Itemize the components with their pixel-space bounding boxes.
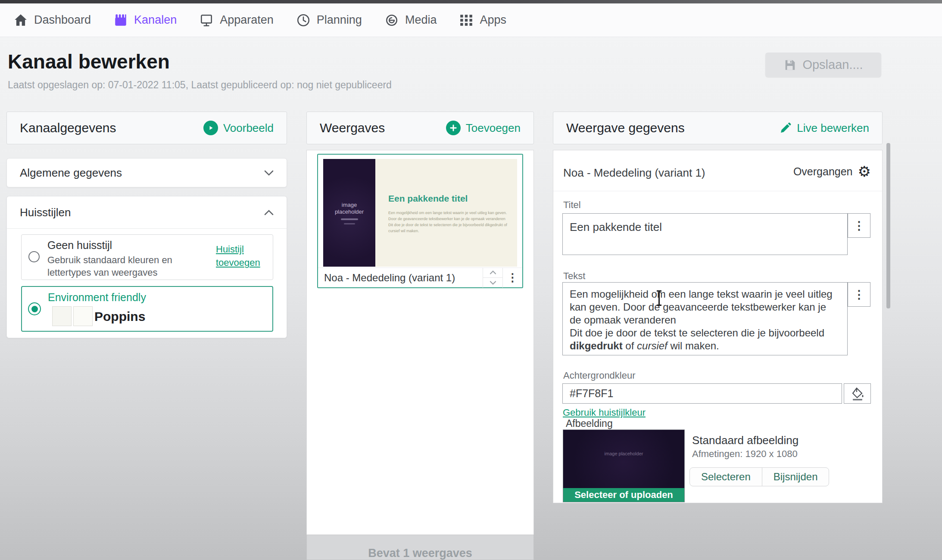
huisstijl-option-environment-friendly[interactable]: Environment friendly Poppins <box>21 286 273 332</box>
option-description: Gebruik standaard kleuren en lettertypes… <box>47 254 190 279</box>
thumbnail-content: Een pakkende titel Een mogelijkheid om e… <box>375 159 517 267</box>
color-picker-button[interactable] <box>844 383 871 404</box>
section-algemene-gegevens[interactable]: Algemene gegevens <box>6 158 287 187</box>
weergave-card[interactable]: image placeholder Een pakkende titel Een… <box>317 154 523 288</box>
nav-item-label: Apparaten <box>220 13 274 27</box>
kanaalgegevens-panel-header: Kanaalgegevens Voorbeeld <box>6 112 287 144</box>
app-window: Dashboard Kanalen Apparaten <box>0 0 942 560</box>
achtergrondkleur-label: Achtergrondkleur <box>563 370 636 381</box>
tekst-bold-word: dikgedrukt <box>570 340 623 352</box>
kanaalgegevens-title: Kanaalgegevens <box>20 121 116 135</box>
live-edit-button[interactable]: Live bewerken <box>780 121 869 135</box>
achtergrondkleur-input[interactable]: #F7F8F1 <box>562 383 842 404</box>
weergaves-title: Weergaves <box>320 121 385 135</box>
weergave-thumbnail: image placeholder Een pakkende titel Een… <box>323 159 517 267</box>
nav-item-label: Apps <box>480 13 506 27</box>
titel-label: Titel <box>563 199 581 211</box>
placeholder-bar <box>341 218 358 220</box>
pencil-icon <box>780 122 792 134</box>
reorder-controls <box>483 268 502 288</box>
thumbnail-body-line: cursief wil maken. <box>388 228 517 234</box>
page-title: Kanaal bewerken <box>8 50 170 73</box>
radio-selected[interactable] <box>28 302 41 315</box>
nav-item-media[interactable]: Media <box>384 13 437 28</box>
transitions-button[interactable]: Overgangen ⚙ <box>793 164 871 179</box>
image-placeholder-label: image placeholder <box>563 451 684 457</box>
gebruik-huisstijlkleur-link[interactable]: Gebruik huistijlkleur <box>563 407 646 418</box>
thumbnail-image-placeholder: image placeholder <box>323 159 375 267</box>
titel-value: Een pakkende titel <box>570 221 662 233</box>
tekst-label: Tekst <box>563 271 585 282</box>
tekst-italic-word: cursief <box>637 340 668 352</box>
nav-item-label: Kanalen <box>134 13 177 27</box>
divider <box>553 191 882 191</box>
paint-bucket-icon <box>850 386 865 401</box>
transitions-label: Overgangen <box>793 165 853 178</box>
color-swatch-2 <box>73 306 93 326</box>
weergaves-list-panel: image placeholder Een pakkende titel Een… <box>306 150 534 535</box>
clock-icon <box>296 13 311 28</box>
option-title: Geen huisstijl <box>47 239 112 252</box>
nav-item-apps[interactable]: Apps <box>459 13 506 28</box>
nav-item-kanalen[interactable]: Kanalen <box>113 13 177 28</box>
top-nav: Dashboard Kanalen Apparaten <box>0 3 942 37</box>
save-button[interactable]: Opslaan.... <box>765 53 881 77</box>
placeholder-bar <box>344 223 355 224</box>
color-swatch-1 <box>52 306 72 326</box>
move-up-button[interactable] <box>483 268 502 278</box>
tekst-menu-button[interactable]: ⋮ <box>848 282 870 307</box>
achtergrondkleur-value: #F7F8F1 <box>570 387 613 400</box>
titel-menu-button[interactable]: ⋮ <box>848 213 870 238</box>
preview-button[interactable]: Voorbeeld <box>203 121 274 135</box>
afbeelding-dimensions: Afmetingen: 1920 x 1080 <box>692 448 798 460</box>
section-huisstijlen: Huisstijlen Geen huisstijl Gebruik stand… <box>6 196 287 338</box>
mouse-cursor-ibeam <box>658 291 660 305</box>
standaard-afbeelding-label: Standaard afbeelding <box>692 434 799 447</box>
apps-grid-icon <box>459 13 474 28</box>
nav-item-apparaten[interactable]: Apparaten <box>199 13 274 28</box>
afbeelding-label: Afbeelding <box>566 418 613 429</box>
monitor-icon <box>199 13 214 28</box>
panel-scrollbar[interactable] <box>886 143 890 308</box>
huisstijl-toevoegen-link[interactable]: Huistijl toevoegen <box>216 243 259 269</box>
nav-item-label: Media <box>405 13 437 27</box>
section-label: Huisstijlen <box>20 206 71 219</box>
select-or-upload-banner[interactable]: Selecteer of uploaden <box>563 488 684 502</box>
thumbnail-body-line: Door de geavanceerde tekstbewerker kan j… <box>388 216 517 222</box>
add-weergave-button[interactable]: Toevoegen <box>446 121 521 135</box>
save-floppy-icon <box>783 59 796 72</box>
nav-item-label: Dashboard <box>34 13 91 27</box>
radio-unselected[interactable] <box>28 251 40 262</box>
titel-input[interactable]: Een pakkende titel <box>562 213 848 255</box>
weergave-menu-button[interactable]: ⋮ <box>502 268 522 288</box>
afbeelding-thumbnail[interactable]: image placeholder Selecteer of uploaden <box>563 429 685 502</box>
nav-item-planning[interactable]: Planning <box>296 13 362 28</box>
channels-icon <box>113 13 128 28</box>
nav-item-dashboard[interactable]: Dashboard <box>13 13 91 28</box>
page-subtitle: Laatst opgeslagen op: 07-01-2022 11:05, … <box>8 79 392 91</box>
play-icon <box>203 121 218 135</box>
selecteren-button[interactable]: Selecteren <box>690 468 762 486</box>
selected-weergave-name: Noa - Mededeling (variant 1) <box>563 166 705 180</box>
huisstijl-option-geen[interactable]: Geen huisstijl Gebruik standaard kleuren… <box>21 234 273 280</box>
add-label: Toevoegen <box>466 121 521 135</box>
tekst-line2: Dit doe je door de tekst te selecteren d… <box>570 327 824 339</box>
thumbnail-body-line: Een mogelijkheid om een lange tekst waar… <box>388 210 517 216</box>
tekst-input[interactable]: Een mogelijkheid om een lange tekst waar… <box>562 282 848 355</box>
move-down-button[interactable] <box>483 278 502 288</box>
nav-item-label: Planning <box>317 13 362 27</box>
live-edit-label: Live bewerken <box>797 121 869 135</box>
thumbnail-title: Een pakkende titel <box>388 193 517 204</box>
chevron-down-icon <box>264 170 274 176</box>
weergave-name: Noa - Mededeling (variant 1) <box>324 272 483 284</box>
home-icon <box>13 13 28 28</box>
afbeelding-button-group: Selecteren Bijsnijden <box>689 467 829 486</box>
thumbnail-body-line: Dit doe je door de tekst te selecteren d… <box>388 222 517 228</box>
section-huisstijlen-header[interactable]: Huisstijlen <box>7 196 287 229</box>
weergave-gegevens-panel-header: Weergave gegevens Live bewerken <box>553 112 883 144</box>
preview-label: Voorbeeld <box>223 121 274 135</box>
plus-icon <box>446 121 461 135</box>
media-paperclip-icon <box>384 13 399 28</box>
weergave-card-footer: Noa - Mededeling (variant 1) ⋮ <box>318 268 522 287</box>
bijsnijden-button[interactable]: Bijsnijden <box>762 468 829 486</box>
